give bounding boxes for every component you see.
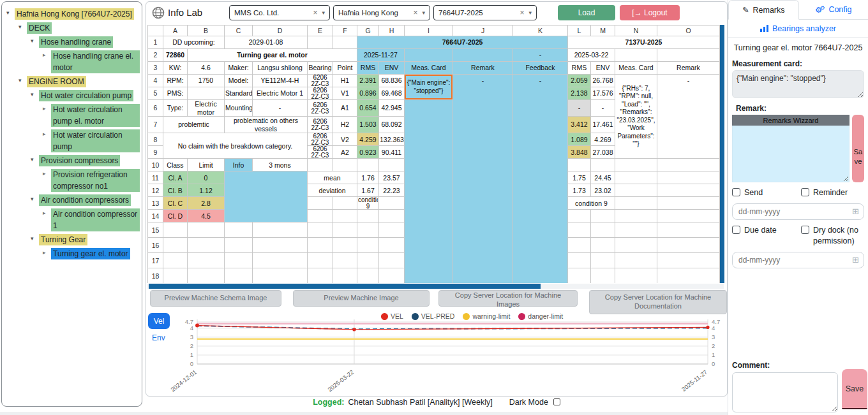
grid-cell[interactable]: 1.67 [357,184,379,197]
grid-cell[interactable]: 6206 2Z-C3 [308,146,333,159]
grid-cell[interactable]: condition 9 [357,197,379,210]
grid-cell[interactable]: 4.259 [357,133,379,146]
grid-cell[interactable] [591,268,615,283]
grid-row-header-9[interactable]: 9 [148,146,163,159]
grid-cell[interactable] [163,253,188,268]
grid-cell[interactable] [591,238,615,253]
grid-cell[interactable] [615,238,657,253]
grid-cell[interactable] [591,159,615,171]
grid-cell[interactable]: 27.038 [591,146,615,159]
grid-cell[interactable]: Type: [163,100,188,117]
grid-row-header-15[interactable]: 15 [148,222,163,238]
grid-cell[interactable] [568,222,591,238]
grid-cell[interactable]: 2025-03-22 [568,49,615,62]
grid-cell[interactable] [188,253,225,268]
grid-cell[interactable]: 0 [188,171,225,184]
grid-cell[interactable] [225,222,253,238]
grid-col-header-A[interactable]: A [163,25,188,36]
clear-icon[interactable]: × [313,8,317,17]
bearings-analyzer-link[interactable]: Bearings analyzer [728,20,868,38]
grid-cell[interactable] [379,210,405,222]
copy-server-location-images-button[interactable]: Copy Server Location for Machine Images [438,290,578,307]
grid-cell[interactable]: YE112M-4-H [253,75,308,87]
tree-item[interactable]: ▸Turning gear el. motor [4,248,140,259]
preview-machine-schema-image-button[interactable]: Preview Machine Schema Image [150,290,281,307]
grid-cell[interactable] [568,210,591,222]
grid-cell[interactable] [657,268,720,283]
grid-cell[interactable]: 1750 [188,75,225,87]
grid-cell[interactable]: RMS [357,62,379,75]
grid-cell[interactable] [657,210,720,222]
grid-cell[interactable] [405,49,453,62]
copy-server-location-documentation-button[interactable]: Copy Server Location for Machine Documen… [589,290,727,314]
grid-cell[interactable] [657,222,720,238]
grid-cell[interactable]: 7137U-2025 [568,36,720,49]
grid-cell[interactable]: 90.411 [379,146,405,159]
grid-col-header-O[interactable]: O [657,25,720,36]
grid-cell[interactable]: 3 mons [253,159,308,171]
clear-icon[interactable]: × [413,8,417,17]
grid-cell[interactable]: 1.089 [568,133,591,146]
grid-cell[interactable] [225,171,308,222]
grid-cell[interactable]: 23.02 [591,184,615,197]
tree-item[interactable]: ▾DECK [4,22,140,34]
grid-cell[interactable]: 6206 2Z-C3 [308,100,333,117]
grid-row-header-7[interactable]: 7 [148,117,163,133]
due-date-input[interactable] [732,252,864,268]
grid-cell[interactable] [333,159,357,171]
reminder-checkbox-item[interactable]: Reminder [801,187,848,198]
grid-row-header-10[interactable]: 10 [148,159,163,171]
grid-cell[interactable]: Cl. C [163,197,188,210]
save-remark-vertical-button[interactable]: Save [852,115,864,182]
grid-cell[interactable] [615,159,657,171]
grid-cell[interactable]: 42.945 [379,100,405,117]
grid-cell[interactable]: condition 9 [568,197,615,210]
grid-cell[interactable] [188,87,225,100]
grid-cell[interactable]: deviation [308,184,357,197]
grid-cell[interactable]: Meas. Card [405,62,453,75]
grid-cell[interactable] [615,268,657,283]
grid-cell[interactable]: 2029-01-08 [225,36,308,49]
grid-cell[interactable] [615,210,657,222]
grid-cell[interactable]: 0.896 [357,87,379,100]
grid-cell[interactable]: {"Main engine": "stopped"} [405,75,453,100]
grid-cell[interactable]: 6206 2Z-C3 [308,75,333,87]
grid-cell[interactable]: - [513,75,568,284]
remarks-wizzard-button[interactable]: Remarks Wizzard [732,115,849,126]
grid-cell[interactable] [657,238,720,253]
grid-row-header-5[interactable]: 5 [148,87,163,100]
company-select[interactable]: MMS Co. Ltd. × ▾ [229,5,330,20]
grid-cell[interactable] [357,222,379,238]
grid-cell[interactable] [453,49,513,62]
preview-machine-image-button[interactable]: Preview Machine Image [293,290,430,307]
grid-cell[interactable]: - [453,75,513,284]
tree-item[interactable]: ▸Hose handling crane el. motor [4,50,140,73]
grid-cell[interactable]: 1.12 [188,184,225,197]
logout-button[interactable]: [→ Logout [620,5,680,20]
grid-cell[interactable]: 24.45 [591,171,615,184]
grid-cell[interactable]: V2 [333,133,357,146]
grid-row-header-13[interactable]: 13 [148,197,163,210]
grid-cell[interactable]: 17.461 [591,117,615,133]
grid-cell[interactable]: Maker: [225,62,253,75]
chevron-down-icon[interactable]: ▾ [322,10,325,16]
tree-expanded-icon[interactable]: ▾ [31,90,39,98]
grid-cell[interactable] [308,197,333,210]
grid-cell[interactable]: 2025-11-27 [357,49,405,62]
grid-col-header-H[interactable]: H [379,25,405,36]
tree-item[interactable]: ▾Air condition compressors [4,194,140,206]
reminder-date-input[interactable] [732,203,864,220]
grid-row-header-1[interactable]: 1 [148,36,163,49]
grid-cell[interactable] [253,238,308,253]
grid-col-header-C[interactable]: C [225,25,253,36]
grid-col-header-L[interactable]: L [568,25,591,36]
grid-cell[interactable]: 0.654 [357,100,379,117]
grid-cell[interactable]: Langsu shiiong [253,62,308,75]
tree-expanded-icon[interactable]: ▾ [19,22,27,30]
grid-cell[interactable]: 3.848 [568,146,591,159]
grid-col-header-K[interactable]: K [513,25,568,36]
grid-col-header-G[interactable]: G [357,25,379,36]
tree-item[interactable]: ▾Provision compressors [4,155,140,166]
remark-textarea[interactable] [732,126,849,182]
tree-item[interactable]: ▸Provision refrigeration compressor no1 [4,169,140,192]
